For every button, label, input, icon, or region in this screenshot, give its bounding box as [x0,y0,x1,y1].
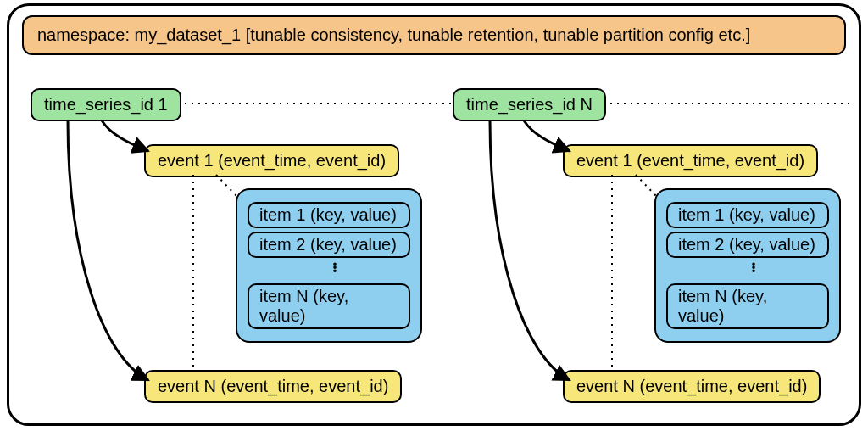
event-1-right-label: event 1 (event_time, event_id) [576,151,804,170]
time-series-id-n: time_series_id N [453,88,606,121]
time-series-id-1-label: time_series_id 1 [44,95,168,114]
items-group-left: item 1 (key, value) item 2 (key, value) … [236,188,422,343]
item-2-right: item 2 (key, value) [666,232,829,258]
item-n-right: item N (key, value) [666,283,829,329]
item-2-right-label: item 2 (key, value) [678,235,815,254]
items-ellipsis-left: ••• [248,261,410,280]
time-series-id-1: time_series_id 1 [31,88,181,121]
namespace-box: namespace: my_dataset_1 [tunable consist… [22,15,846,55]
item-1-right-label: item 1 (key, value) [678,205,815,224]
event-1-right: event 1 (event_time, event_id) [563,144,818,177]
event-1-left-label: event 1 (event_time, event_id) [158,151,386,170]
event-1-left: event 1 (event_time, event_id) [144,144,399,177]
item-n-left: item N (key, value) [248,283,410,329]
event-n-right-label: event N (event_time, event_id) [576,377,807,395]
event-n-left-label: event N (event_time, event_id) [158,377,388,395]
event-n-left: event N (event_time, event_id) [144,370,402,403]
item-1-left-label: item 1 (key, value) [259,205,397,224]
item-2-left-label: item 2 (key, value) [259,235,397,254]
item-1-left: item 1 (key, value) [248,202,410,228]
namespace-label: namespace: my_dataset_1 [tunable consist… [37,25,750,44]
item-n-left-label: item N (key, value) [259,287,348,325]
item-2-left: item 2 (key, value) [248,232,410,258]
item-1-right: item 1 (key, value) [666,202,829,228]
item-n-right-label: item N (key, value) [678,287,767,325]
event-n-right: event N (event_time, event_id) [563,370,821,403]
items-group-right: item 1 (key, value) item 2 (key, value) … [654,188,841,343]
time-series-id-n-label: time_series_id N [466,95,593,114]
items-ellipsis-right: ••• [666,261,829,280]
